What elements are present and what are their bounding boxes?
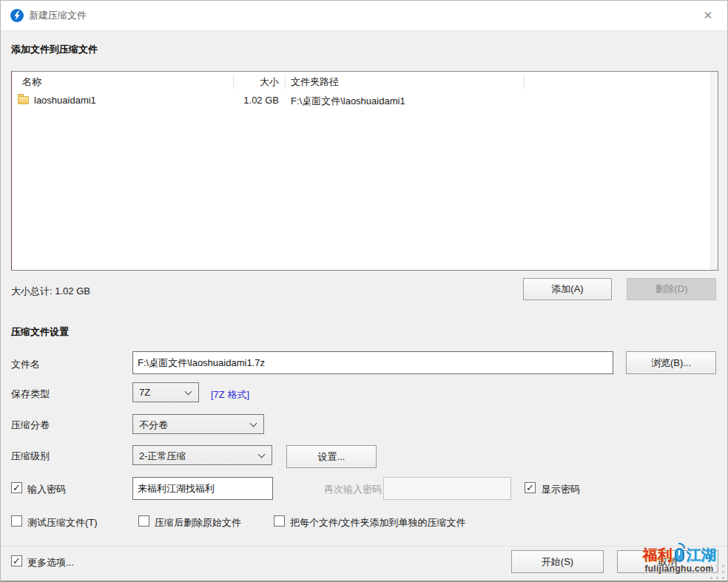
separate-archives-checkbox[interactable] [274, 515, 285, 527]
footer-divider [1, 546, 727, 547]
column-header-name[interactable]: 名称 [22, 75, 41, 89]
filename-label: 文件名 [11, 358, 40, 371]
level-select[interactable]: 2-正常压缩 [132, 445, 272, 465]
file-name-cell: laoshuaidami1 [34, 95, 96, 106]
file-path-cell: F:\桌面文件\laoshuaidami1 [291, 95, 405, 108]
window-title: 新建压缩文件 [29, 1, 87, 30]
total-size-label: 大小总计: 1.02 GB [11, 285, 90, 298]
new-archive-dialog: 新建压缩文件 ✕ 添加文件到压缩文件 名称 大小 文件夹路径 laoshuaid… [0, 0, 728, 582]
bandizip-logo-icon [10, 9, 24, 22]
mouse-icon [675, 548, 684, 562]
volume-selected-value: 不分卷 [139, 419, 168, 432]
start-button[interactable]: 开始(S) [511, 550, 604, 573]
column-header-size[interactable]: 大小 [197, 75, 279, 89]
level-label: 压缩级别 [11, 450, 50, 463]
watermark-url: fulijianghu.com [629, 564, 728, 574]
watermark-text-left: 福利 [643, 545, 673, 565]
add-files-section-title: 添加文件到压缩文件 [11, 43, 98, 56]
list-scrollbar[interactable] [710, 72, 718, 270]
delete-original-label[interactable]: 压缩后删除原始文件 [155, 516, 241, 529]
delete-button: 删除(D) [627, 278, 716, 300]
level-selected-value: 2-正常压缩 [139, 450, 186, 463]
format-label: 保存类型 [11, 388, 50, 401]
column-divider [233, 74, 234, 89]
test-archive-checkbox[interactable] [11, 515, 22, 527]
file-list[interactable]: 名称 大小 文件夹路径 laoshuaidami1 1.02 GB F:\桌面文… [11, 71, 718, 271]
chevron-down-icon [185, 388, 192, 396]
more-options-checkbox[interactable] [11, 555, 22, 566]
dot-grid-decoration [710, 565, 712, 567]
show-password-checkbox[interactable] [525, 482, 536, 493]
password-input[interactable] [132, 477, 273, 500]
format-info-link[interactable]: [7Z 格式] [211, 388, 249, 402]
format-select[interactable]: 7Z [132, 382, 199, 402]
browse-button[interactable]: 浏览(B)... [626, 351, 716, 374]
confirm-password-label: 再次输入密码 [324, 483, 382, 496]
folder-icon [18, 96, 29, 104]
password-checkbox[interactable] [11, 482, 22, 493]
watermark-text-right: 江湖 [687, 545, 716, 565]
filename-input[interactable] [132, 351, 613, 374]
column-header-path[interactable]: 文件夹路径 [291, 75, 339, 89]
close-icon[interactable]: ✕ [695, 1, 721, 30]
chevron-down-icon [250, 420, 257, 427]
separate-archives-label[interactable]: 把每个文件/文件夹添加到单独的压缩文件 [290, 516, 466, 529]
file-list-header: 名称 大小 文件夹路径 [12, 72, 718, 91]
level-settings-button[interactable]: 设置... [286, 445, 377, 468]
title-bar: 新建压缩文件 ✕ [1, 1, 727, 31]
show-password-label[interactable]: 显示密码 [542, 483, 580, 496]
chevron-down-icon [258, 451, 266, 459]
settings-section-title: 压缩文件设置 [11, 325, 69, 339]
delete-original-checkbox[interactable] [138, 515, 149, 527]
volume-label: 压缩分卷 [11, 419, 50, 432]
password-label[interactable]: 输入密码 [27, 483, 66, 496]
test-archive-label[interactable]: 测试压缩文件(T) [27, 516, 98, 529]
column-divider [524, 74, 525, 89]
volume-select[interactable]: 不分卷 [132, 414, 264, 434]
format-selected-value: 7Z [139, 387, 150, 398]
confirm-password-input [383, 477, 511, 500]
watermark: 福利 江湖 fulijianghu.com [629, 544, 728, 574]
file-row[interactable]: laoshuaidami1 1.02 GB F:\桌面文件\laoshuaida… [12, 92, 709, 108]
column-divider [285, 74, 286, 89]
more-options-label[interactable]: 更多选项... [27, 556, 74, 569]
watermark-logo: 福利 江湖 [629, 544, 728, 566]
add-button[interactable]: 添加(A) [523, 278, 612, 300]
file-size-cell: 1.02 GB [197, 95, 279, 106]
